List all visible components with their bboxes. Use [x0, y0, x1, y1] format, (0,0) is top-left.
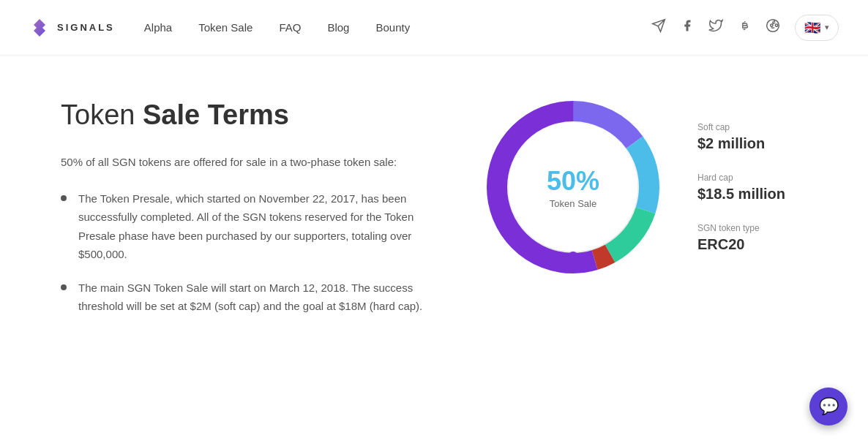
donut-percentage: 50%	[547, 166, 599, 197]
stats-column: Soft cap $2 million Hard cap $18.5 milli…	[697, 122, 785, 253]
stat-hard-cap: Hard cap $18.5 million	[697, 173, 785, 203]
facebook-icon[interactable]	[681, 19, 694, 36]
list-item: The Token Presale, which started on Nove…	[61, 189, 441, 264]
page-title: Token Sale Terms	[61, 99, 441, 131]
chevron-down-icon: ▾	[825, 23, 829, 32]
bullet-text-2: The main SGN Token Sale will start on Ma…	[78, 279, 441, 316]
svg-point-1	[774, 20, 776, 23]
reddit-icon[interactable]	[766, 18, 780, 37]
language-selector[interactable]: 🇬🇧 ▾	[795, 15, 839, 41]
bitcoin-icon[interactable]	[738, 19, 751, 36]
title-regular: Token	[61, 99, 143, 130]
donut-label: Token Sale	[547, 198, 599, 209]
flag-icon: 🇬🇧	[804, 20, 820, 36]
left-column: Token Sale Terms 50% of all SGN tokens a…	[61, 99, 441, 330]
nav-bounty[interactable]: Bounty	[375, 21, 410, 34]
bullet-text-1: The Token Presale, which started on Nove…	[78, 189, 441, 264]
navbar: SIGNALS Alpha Token Sale FAQ Blog Bounty	[0, 0, 868, 56]
nav-alpha[interactable]: Alpha	[144, 21, 172, 34]
bullet-dot	[61, 284, 67, 290]
soft-cap-value: $2 million	[697, 135, 785, 152]
telegram-icon[interactable]	[651, 18, 666, 37]
twitter-icon[interactable]	[708, 18, 723, 37]
svg-point-9	[568, 252, 578, 262]
nav-faq[interactable]: FAQ	[279, 21, 301, 34]
bullet-list: The Token Presale, which started on Nove…	[61, 189, 441, 316]
main-content: Token Sale Terms 50% of all SGN tokens a…	[31, 56, 837, 374]
title-bold: Sale Terms	[143, 99, 289, 130]
token-type-label: SGN token type	[697, 223, 785, 233]
soft-cap-label: Soft cap	[697, 122, 785, 132]
list-item: The main SGN Token Sale will start on Ma…	[61, 279, 441, 316]
right-column: 50% Token Sale Soft cap $2 million Hard …	[485, 99, 785, 275]
logo[interactable]: SIGNALS	[29, 18, 115, 38]
hard-cap-value: $18.5 million	[697, 186, 785, 203]
stat-token-type: SGN token type ERC20	[697, 223, 785, 253]
donut-center: 50% Token Sale	[547, 166, 599, 209]
nav-links: Alpha Token Sale FAQ Blog Bounty	[144, 21, 651, 34]
logo-text: SIGNALS	[57, 22, 115, 33]
description-text: 50% of all SGN tokens are offered for sa…	[61, 153, 441, 172]
token-type-value: ERC20	[697, 236, 785, 253]
nav-token-sale[interactable]: Token Sale	[198, 21, 252, 34]
donut-chart: 50% Token Sale	[485, 99, 661, 275]
bullet-dot	[61, 195, 67, 201]
hard-cap-label: Hard cap	[697, 173, 785, 183]
nav-blog[interactable]: Blog	[327, 21, 349, 34]
nav-right: 🇬🇧 ▾	[651, 15, 839, 41]
stat-soft-cap: Soft cap $2 million	[697, 122, 785, 152]
